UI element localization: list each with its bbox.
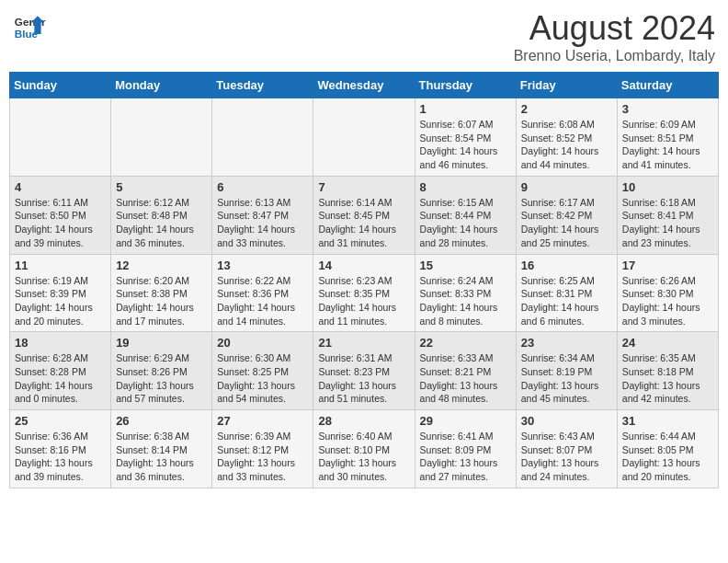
calendar-cell: 11Sunrise: 6:19 AM Sunset: 8:39 PM Dayli… [10, 254, 111, 332]
calendar-cell: 22Sunrise: 6:33 AM Sunset: 8:21 PM Dayli… [415, 332, 516, 410]
day-info: Sunrise: 6:39 AM Sunset: 8:12 PM Dayligh… [217, 430, 308, 484]
calendar-cell: 4Sunrise: 6:11 AM Sunset: 8:50 PM Daylig… [10, 176, 111, 254]
day-number: 23 [521, 336, 612, 350]
day-info: Sunrise: 6:44 AM Sunset: 8:05 PM Dayligh… [622, 430, 713, 484]
day-info: Sunrise: 6:38 AM Sunset: 8:14 PM Dayligh… [116, 430, 207, 484]
day-number: 7 [318, 180, 409, 194]
calendar-cell [111, 98, 212, 177]
header-thursday: Thursday [415, 73, 516, 98]
header-saturday: Saturday [617, 73, 718, 98]
day-number: 14 [318, 259, 409, 272]
calendar-cell: 7Sunrise: 6:14 AM Sunset: 8:45 PM Daylig… [313, 176, 415, 254]
day-info: Sunrise: 6:08 AM Sunset: 8:52 PM Dayligh… [521, 118, 612, 172]
calendar-cell: 1Sunrise: 6:07 AM Sunset: 8:54 PM Daylig… [415, 98, 516, 177]
calendar-cell: 29Sunrise: 6:41 AM Sunset: 8:09 PM Dayli… [415, 410, 516, 488]
calendar-cell: 20Sunrise: 6:30 AM Sunset: 8:25 PM Dayli… [212, 332, 313, 410]
day-number: 25 [15, 414, 106, 428]
calendar-cell: 6Sunrise: 6:13 AM Sunset: 8:47 PM Daylig… [212, 176, 313, 254]
day-info: Sunrise: 6:31 AM Sunset: 8:23 PM Dayligh… [318, 351, 409, 406]
day-info: Sunrise: 6:14 AM Sunset: 8:45 PM Dayligh… [318, 196, 409, 250]
day-number: 15 [420, 259, 511, 272]
calendar-cell: 3Sunrise: 6:09 AM Sunset: 8:51 PM Daylig… [617, 98, 718, 177]
logo: General Blue [13, 9, 46, 42]
day-number: 1 [420, 102, 511, 116]
day-number: 28 [318, 414, 409, 428]
header: General Blue August 2024 Brenno Useria, … [9, 9, 719, 64]
calendar-cell: 27Sunrise: 6:39 AM Sunset: 8:12 PM Dayli… [212, 410, 313, 488]
calendar-cell [313, 98, 415, 177]
header-tuesday: Tuesday [212, 73, 313, 98]
day-info: Sunrise: 6:07 AM Sunset: 8:54 PM Dayligh… [420, 118, 511, 172]
calendar-cell: 31Sunrise: 6:44 AM Sunset: 8:05 PM Dayli… [617, 410, 718, 488]
day-number: 27 [217, 414, 308, 428]
day-info: Sunrise: 6:23 AM Sunset: 8:35 PM Dayligh… [318, 274, 409, 328]
day-info: Sunrise: 6:26 AM Sunset: 8:30 PM Dayligh… [622, 274, 713, 328]
day-info: Sunrise: 6:15 AM Sunset: 8:44 PM Dayligh… [420, 196, 511, 250]
day-info: Sunrise: 6:17 AM Sunset: 8:42 PM Dayligh… [521, 196, 612, 250]
calendar-cell: 25Sunrise: 6:36 AM Sunset: 8:16 PM Dayli… [10, 410, 111, 488]
calendar-week-2: 4Sunrise: 6:11 AM Sunset: 8:50 PM Daylig… [10, 176, 719, 254]
day-info: Sunrise: 6:19 AM Sunset: 8:39 PM Dayligh… [15, 274, 106, 328]
day-info: Sunrise: 6:28 AM Sunset: 8:28 PM Dayligh… [15, 351, 106, 406]
day-number: 11 [15, 259, 106, 272]
calendar-cell: 5Sunrise: 6:12 AM Sunset: 8:48 PM Daylig… [111, 176, 212, 254]
day-number: 26 [116, 414, 207, 428]
day-number: 17 [622, 259, 713, 272]
day-info: Sunrise: 6:24 AM Sunset: 8:33 PM Dayligh… [420, 274, 511, 328]
day-info: Sunrise: 6:13 AM Sunset: 8:47 PM Dayligh… [217, 196, 308, 250]
day-number: 3 [622, 102, 713, 116]
calendar-week-4: 18Sunrise: 6:28 AM Sunset: 8:28 PM Dayli… [10, 332, 719, 410]
day-number: 13 [217, 259, 308, 272]
day-info: Sunrise: 6:20 AM Sunset: 8:38 PM Dayligh… [116, 274, 207, 328]
calendar-cell: 21Sunrise: 6:31 AM Sunset: 8:23 PM Dayli… [313, 332, 415, 410]
calendar-week-1: 1Sunrise: 6:07 AM Sunset: 8:54 PM Daylig… [10, 98, 719, 177]
day-number: 6 [217, 180, 308, 194]
header-wednesday: Wednesday [313, 73, 415, 98]
calendar-cell: 19Sunrise: 6:29 AM Sunset: 8:26 PM Dayli… [111, 332, 212, 410]
day-info: Sunrise: 6:40 AM Sunset: 8:10 PM Dayligh… [318, 430, 409, 484]
calendar-cell: 2Sunrise: 6:08 AM Sunset: 8:52 PM Daylig… [516, 98, 617, 177]
day-number: 16 [521, 259, 612, 272]
calendar-cell: 16Sunrise: 6:25 AM Sunset: 8:31 PM Dayli… [516, 254, 617, 332]
day-info: Sunrise: 6:43 AM Sunset: 8:07 PM Dayligh… [521, 430, 612, 484]
calendar-cell: 10Sunrise: 6:18 AM Sunset: 8:41 PM Dayli… [617, 176, 718, 254]
day-info: Sunrise: 6:11 AM Sunset: 8:50 PM Dayligh… [15, 196, 106, 250]
calendar-cell: 12Sunrise: 6:20 AM Sunset: 8:38 PM Dayli… [111, 254, 212, 332]
calendar-cell: 8Sunrise: 6:15 AM Sunset: 8:44 PM Daylig… [415, 176, 516, 254]
calendar-cell [212, 98, 313, 177]
header-monday: Monday [111, 73, 212, 98]
calendar-cell: 13Sunrise: 6:22 AM Sunset: 8:36 PM Dayli… [212, 254, 313, 332]
calendar-cell: 9Sunrise: 6:17 AM Sunset: 8:42 PM Daylig… [516, 176, 617, 254]
calendar-cell: 24Sunrise: 6:35 AM Sunset: 8:18 PM Dayli… [617, 332, 718, 410]
header-friday: Friday [516, 73, 617, 98]
calendar-week-3: 11Sunrise: 6:19 AM Sunset: 8:39 PM Dayli… [10, 254, 719, 332]
day-number: 29 [420, 414, 511, 428]
page-subtitle: Brenno Useria, Lombardy, Italy [514, 48, 715, 64]
day-info: Sunrise: 6:36 AM Sunset: 8:16 PM Dayligh… [15, 430, 106, 484]
day-info: Sunrise: 6:09 AM Sunset: 8:51 PM Dayligh… [622, 118, 713, 172]
calendar-cell: 23Sunrise: 6:34 AM Sunset: 8:19 PM Dayli… [516, 332, 617, 410]
calendar-cell: 28Sunrise: 6:40 AM Sunset: 8:10 PM Dayli… [313, 410, 415, 488]
calendar-cell: 15Sunrise: 6:24 AM Sunset: 8:33 PM Dayli… [415, 254, 516, 332]
calendar-cell [10, 98, 111, 177]
day-number: 9 [521, 180, 612, 194]
day-number: 24 [622, 336, 713, 350]
day-number: 20 [217, 336, 308, 350]
day-info: Sunrise: 6:12 AM Sunset: 8:48 PM Dayligh… [116, 196, 207, 250]
day-number: 22 [420, 336, 511, 350]
day-info: Sunrise: 6:22 AM Sunset: 8:36 PM Dayligh… [217, 274, 308, 328]
day-number: 8 [420, 180, 511, 194]
page-title: August 2024 [514, 9, 715, 48]
day-number: 5 [116, 180, 207, 194]
header-sunday: Sunday [10, 73, 111, 98]
day-info: Sunrise: 6:34 AM Sunset: 8:19 PM Dayligh… [521, 351, 612, 406]
day-number: 4 [15, 180, 106, 194]
day-number: 21 [318, 336, 409, 350]
day-number: 31 [622, 414, 713, 428]
day-info: Sunrise: 6:30 AM Sunset: 8:25 PM Dayligh… [217, 351, 308, 406]
day-number: 19 [116, 336, 207, 350]
calendar-cell: 26Sunrise: 6:38 AM Sunset: 8:14 PM Dayli… [111, 410, 212, 488]
day-number: 18 [15, 336, 106, 350]
day-info: Sunrise: 6:35 AM Sunset: 8:18 PM Dayligh… [622, 351, 713, 406]
day-info: Sunrise: 6:41 AM Sunset: 8:09 PM Dayligh… [420, 430, 511, 484]
